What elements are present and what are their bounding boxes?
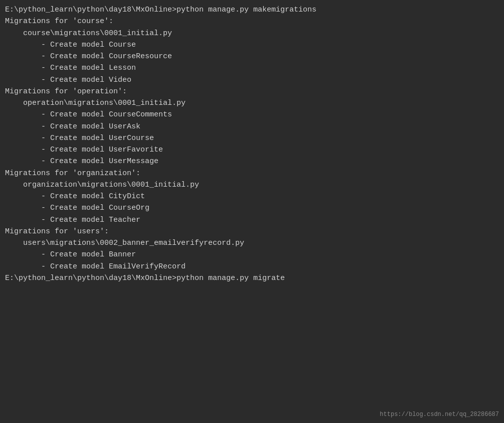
terminal-line: - Create model UserAsk (5, 121, 499, 132)
terminal-line: Migrations for 'course': (5, 16, 499, 27)
terminal-line: - Create model Banner (5, 249, 499, 260)
terminal-line: Migrations for 'users': (5, 226, 499, 237)
terminal-line: - Create model Teacher (5, 214, 499, 226)
terminal-line: - Create model CityDict (5, 191, 499, 202)
terminal-line: - Create model UserCourse (5, 132, 499, 144)
terminal-line: - Create model UserFavorite (5, 144, 499, 156)
terminal-line: Migrations for 'organization': (5, 168, 499, 179)
terminal-line: - Create model CourseComments (5, 109, 499, 120)
terminal-line: - Create model EmailVerifyRecord (5, 261, 499, 272)
terminal-window: E:\python_learn\python\day18\MxOnline>py… (0, 0, 504, 423)
terminal-line: organization\migrations\0001_initial.py (5, 179, 499, 191)
terminal-line: - Create model CourseResource (5, 51, 499, 62)
terminal-line: - Create model Video (5, 74, 499, 86)
terminal-line: users\migrations\0002_banner_emailverify… (5, 237, 499, 249)
watermark: https://blog.csdn.net/qq_28286687 (380, 411, 499, 418)
terminal-line: E:\python_learn\python\day18\MxOnline>py… (5, 272, 499, 284)
terminal-line: - Create model Course (5, 39, 499, 51)
terminal-line: course\migrations\0001_initial.py (5, 28, 499, 39)
terminal-line: E:\python_learn\python\day18\MxOnline>py… (5, 4, 499, 16)
terminal-line: Migrations for 'operation': (5, 86, 499, 97)
terminal-line: operation\migrations\0001_initial.py (5, 97, 499, 109)
terminal-line: - Create model UserMessage (5, 156, 499, 167)
terminal-content: E:\python_learn\python\day18\MxOnline>py… (5, 4, 499, 284)
terminal-line: - Create model CourseOrg (5, 202, 499, 214)
terminal-line: - Create model Lesson (5, 62, 499, 74)
